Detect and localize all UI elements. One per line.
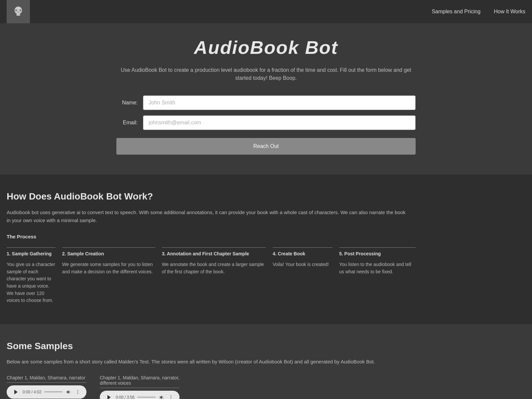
email-label: Email: <box>116 120 143 126</box>
audio-grid: Chapter 1, Maldan, Shamara, narrator 0:0… <box>7 375 525 399</box>
audio-item-2: Chapter 1, Maldan, Shamara, narrator, di… <box>100 375 180 399</box>
contact-form: Name: Email: Reach Out <box>116 95 416 155</box>
nav-links: Samples and Pricing How It Works <box>432 9 525 15</box>
steps-grid: 1. Sample Gathering You give us a charac… <box>7 247 422 304</box>
step-3: 3. Annotation and First Chapter Sample W… <box>162 247 273 304</box>
time-display-2: 0:00 / 3:56 <box>116 395 135 399</box>
hero-subtitle: Use AudioBook Bot to create a production… <box>116 66 416 82</box>
play-button-1[interactable] <box>12 388 20 396</box>
svg-marker-5 <box>14 390 18 394</box>
step-title-4: 4. Create Book <box>273 247 332 256</box>
play-button-2[interactable] <box>105 393 113 399</box>
svg-marker-11 <box>160 395 162 399</box>
svg-point-3 <box>19 9 21 11</box>
audio-player-1: 0:00 / 4:02 <box>7 385 86 399</box>
name-input[interactable] <box>143 95 416 110</box>
reach-out-button[interactable]: Reach Out <box>116 138 416 155</box>
time-display-1: 0:00 / 4:02 <box>23 390 42 394</box>
step-desc-4: Voila! Your book is created! <box>273 261 332 268</box>
how-section: How Does AudioBook Bot Work? Audiobook b… <box>0 175 532 324</box>
step-desc-2: We generate some samples for you to list… <box>62 261 155 275</box>
audio-player-2: 0:00 / 3:56 <box>100 391 180 399</box>
nav-samples-pricing[interactable]: Samples and Pricing <box>432 9 480 15</box>
how-title: How Does AudioBook Bot Work? <box>7 191 525 202</box>
svg-marker-6 <box>66 390 69 394</box>
how-description: Audiobook bot uses generative ai to conv… <box>7 208 406 224</box>
name-row: Name: <box>116 95 416 110</box>
progress-bar-2[interactable] <box>137 397 156 398</box>
step-4: 4. Create Book Voila! Your book is creat… <box>273 247 339 304</box>
svg-rect-1 <box>16 14 20 16</box>
samples-description: Below are some samples from a short stor… <box>7 358 525 366</box>
step-title-3: 3. Annotation and First Chapter Sample <box>162 247 266 256</box>
nav-how-it-works[interactable]: How It Works <box>494 9 525 15</box>
progress-bar-1[interactable] <box>44 391 63 392</box>
svg-point-12 <box>171 395 171 396</box>
more-button-1[interactable] <box>74 389 81 395</box>
name-label: Name: <box>116 100 143 106</box>
svg-point-13 <box>171 397 171 397</box>
hero-section: AudioBook Bot Use AudioBook Bot to creat… <box>0 23 532 175</box>
step-5: 5. Post Processing You listen to the aud… <box>339 247 422 304</box>
volume-button-1[interactable] <box>65 389 72 395</box>
step-title-1: 1. Sample Gathering <box>7 247 56 256</box>
svg-point-2 <box>15 9 17 11</box>
svg-rect-4 <box>17 12 19 12</box>
samples-title: Some Samples <box>7 341 525 351</box>
svg-marker-10 <box>107 395 111 399</box>
step-desc-1: You give us a character sample of each c… <box>7 261 56 304</box>
email-row: Email: <box>116 115 416 130</box>
step-desc-5: You listen to the audiobook and tell us … <box>339 261 416 275</box>
step-1: 1. Sample Gathering You give us a charac… <box>7 247 62 304</box>
svg-point-9 <box>77 393 78 394</box>
email-input[interactable] <box>143 115 416 130</box>
step-desc-3: We annotate the book and create a larger… <box>162 261 266 275</box>
step-title-2: 2. Sample Creation <box>62 247 155 256</box>
logo <box>7 0 30 23</box>
navbar: Samples and Pricing How It Works <box>0 0 532 23</box>
volume-button-2[interactable] <box>158 394 165 399</box>
process-label: The Process <box>7 234 525 239</box>
audio-label-2: Chapter 1, Maldan, Shamara, narrator, di… <box>100 375 180 388</box>
more-button-2[interactable] <box>168 394 174 399</box>
samples-section: Some Samples Below are some samples from… <box>0 324 532 399</box>
audio-item-1: Chapter 1, Maldan, Shamara, narrator 0:0… <box>7 375 86 399</box>
audio-label-1: Chapter 1, Maldan, Shamara, narrator <box>7 375 86 383</box>
svg-point-7 <box>77 390 78 391</box>
step-2: 2. Sample Creation We generate some samp… <box>62 247 162 304</box>
step-title-5: 5. Post Processing <box>339 247 416 256</box>
svg-point-8 <box>77 391 78 392</box>
hero-title: AudioBook Bot <box>7 37 525 58</box>
logo-icon <box>12 5 25 18</box>
